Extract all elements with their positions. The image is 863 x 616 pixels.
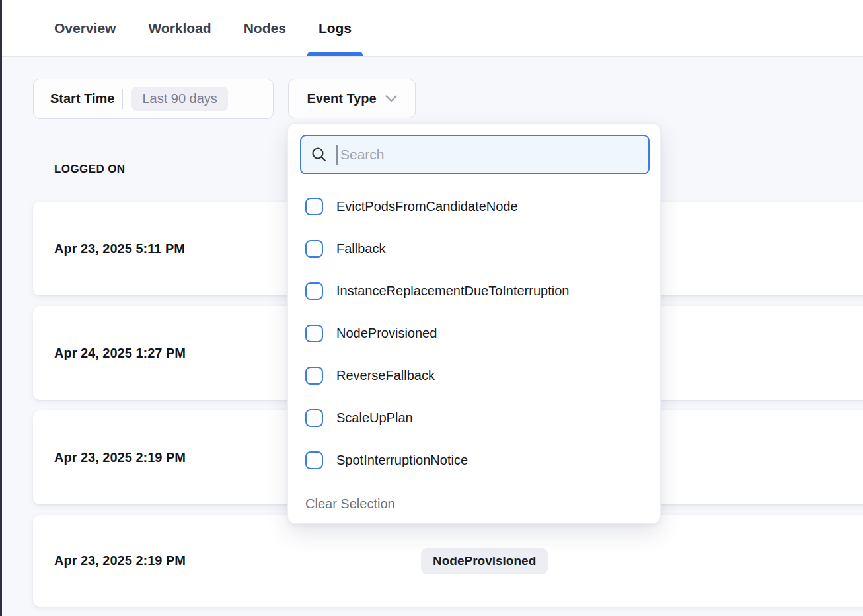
option-label: EvictPodsFromCandidateNode xyxy=(336,199,518,214)
event-type-badge: NodeProvisioned xyxy=(421,548,548,574)
dropdown-search-box[interactable] xyxy=(300,135,650,174)
option-fallback[interactable]: Fallback xyxy=(288,227,660,270)
checkbox[interactable] xyxy=(305,325,323,342)
table-row: Apr 23, 2025 2:19 PM NodeProvisioned xyxy=(33,515,863,607)
option-scale-up-plan[interactable]: ScaleUpPlan xyxy=(288,397,660,439)
tab-workload-label: Workload xyxy=(148,20,211,36)
start-time-value: Last 90 days xyxy=(131,87,227,111)
option-label: InstanceReplacementDueToInterruption xyxy=(336,284,569,299)
tab-overview[interactable]: Overview xyxy=(54,0,116,56)
filter-divider xyxy=(122,89,123,109)
option-evict-pods-from-candidate-node[interactable]: EvictPodsFromCandidateNode xyxy=(288,185,660,227)
clear-selection-button[interactable]: Clear Selection xyxy=(305,496,395,512)
search-icon xyxy=(311,146,328,163)
tab-logs[interactable]: Logs xyxy=(319,0,352,56)
tab-nodes[interactable]: Nodes xyxy=(244,0,286,56)
tab-nodes-label: Nodes xyxy=(244,20,286,36)
option-label: Fallback xyxy=(336,241,385,256)
side-panel-edge xyxy=(0,0,2,616)
tab-workload[interactable]: Workload xyxy=(148,0,211,56)
option-label: NodeProvisioned xyxy=(336,326,437,341)
logs-page: Overview Workload Nodes Logs Start Time … xyxy=(0,0,863,616)
event-type-dropdown-panel: EvictPodsFromCandidateNode Fallback Inst… xyxy=(287,123,661,524)
event-type-label: Event Type xyxy=(307,91,376,106)
tab-overview-label: Overview xyxy=(54,20,116,36)
checkbox[interactable] xyxy=(305,367,323,385)
chevron-down-icon xyxy=(385,95,397,102)
tab-bar: Overview Workload Nodes Logs xyxy=(2,0,863,57)
active-tab-indicator xyxy=(307,52,363,56)
checkbox[interactable] xyxy=(305,282,323,300)
option-label: ReverseFallback xyxy=(336,368,435,383)
checkbox[interactable] xyxy=(305,451,323,469)
start-time-label: Start Time xyxy=(50,91,114,106)
logged-on-timestamp: Apr 23, 2025 2:19 PM xyxy=(54,553,186,568)
option-label: ScaleUpPlan xyxy=(336,410,413,426)
checkbox[interactable] xyxy=(305,240,323,258)
logged-on-timestamp: Apr 24, 2025 1:27 PM xyxy=(54,346,186,361)
checkbox[interactable] xyxy=(305,198,323,215)
option-reverse-fallback[interactable]: ReverseFallback xyxy=(288,354,660,397)
logged-on-timestamp: Apr 23, 2025 2:19 PM xyxy=(54,450,186,465)
column-header-logged-on: LOGGED ON xyxy=(54,163,126,176)
start-time-filter-button[interactable]: Start Time Last 90 days xyxy=(33,79,274,119)
option-node-provisioned[interactable]: NodeProvisioned xyxy=(288,312,660,354)
logged-on-timestamp: Apr 23, 2025 5:11 PM xyxy=(54,241,185,256)
search-input[interactable] xyxy=(339,146,639,163)
option-instance-replacement-due-to-interruption[interactable]: InstanceReplacementDueToInterruption xyxy=(288,270,660,312)
tab-logs-label: Logs xyxy=(319,20,352,36)
option-label: SpotInterruptionNotice xyxy=(336,453,468,468)
option-spot-interruption-notice[interactable]: SpotInterruptionNotice xyxy=(288,439,660,481)
text-cursor xyxy=(336,145,338,165)
event-type-filter-button[interactable]: Event Type xyxy=(288,79,416,118)
checkbox[interactable] xyxy=(305,409,323,427)
